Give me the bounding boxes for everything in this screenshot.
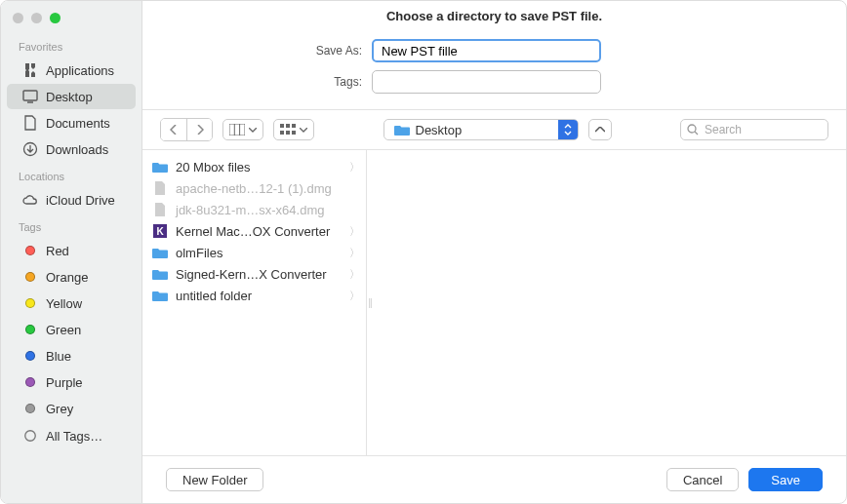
sidebar-item-label: Downloads <box>46 142 108 157</box>
sidebar-item-downloads[interactable]: Downloads <box>7 136 136 162</box>
svg-point-3 <box>25 431 36 442</box>
file-row[interactable]: olmFiles〉 <box>142 242 366 263</box>
window-controls <box>1 7 141 33</box>
sidebar-item-label: Grey <box>46 402 73 416</box>
toolbar: Desktop <box>142 110 846 150</box>
folder-icon <box>394 124 410 136</box>
save-as-input[interactable] <box>372 39 601 62</box>
new-folder-button[interactable]: New Folder <box>166 468 263 491</box>
form-section: Save As: Tags: <box>142 27 846 110</box>
chevron-right-icon: 〉 <box>349 267 360 282</box>
svg-rect-8 <box>286 124 290 128</box>
file-label: Kernel Mac…OX Converter <box>176 224 330 239</box>
back-button[interactable] <box>161 119 186 140</box>
sidebar-tag-grey[interactable]: Grey <box>7 396 136 421</box>
cancel-button[interactable]: Cancel <box>666 468 739 491</box>
tag-dot-icon <box>22 348 38 364</box>
all-tags-icon <box>22 428 38 444</box>
file-row: jdk-8u321-m…sx-x64.dmg <box>142 199 366 220</box>
sidebar-item-label: Purple <box>46 375 83 390</box>
svg-point-13 <box>688 125 696 133</box>
svg-rect-11 <box>286 131 290 135</box>
group-by-button[interactable] <box>273 119 314 140</box>
svg-rect-7 <box>280 124 284 128</box>
file-label: 20 Mbox files <box>176 160 251 174</box>
sidebar-tag-green[interactable]: Green <box>7 317 136 342</box>
sidebar-item-all-tags[interactable]: All Tags… <box>7 423 136 448</box>
svg-rect-0 <box>23 91 37 100</box>
close-window-icon[interactable] <box>13 13 23 23</box>
sidebar: Favorites ApplicationsDesktopDocumentsDo… <box>1 1 142 503</box>
file-label: untitled folder <box>176 289 252 303</box>
chevron-right-icon: 〉 <box>349 224 360 239</box>
save-button[interactable]: Save <box>748 468 823 491</box>
file-label: Signed-Kern…X Converter <box>176 267 327 282</box>
sidebar-tag-orange[interactable]: Orange <box>7 264 136 290</box>
sidebar-section-locations: Locations <box>1 163 141 186</box>
folder-icon <box>152 245 168 260</box>
sidebar-item-label: Blue <box>46 349 71 364</box>
file-row[interactable]: KKernel Mac…OX Converter〉 <box>142 220 366 242</box>
chevron-down-icon <box>249 128 257 133</box>
file-row[interactable]: untitled folder〉 <box>142 285 366 306</box>
sidebar-tag-purple[interactable]: Purple <box>7 369 136 395</box>
folder-icon <box>152 266 168 282</box>
chevron-right-icon: 〉 <box>349 246 360 260</box>
sidebar-tag-blue[interactable]: Blue <box>7 343 136 368</box>
file-row[interactable]: 20 Mbox files〉 <box>142 156 366 177</box>
sidebar-item-icloud-drive[interactable]: iCloud Drive <box>7 187 136 213</box>
forward-button[interactable] <box>186 119 212 140</box>
file-label: jdk-8u321-m…sx-x64.dmg <box>176 203 324 217</box>
svg-rect-12 <box>292 131 296 135</box>
doc-icon <box>152 202 168 217</box>
app-icon: K <box>152 223 168 239</box>
chevron-right-icon: 〉 <box>349 160 360 174</box>
dialog-title: Choose a directory to save PST file. <box>142 9 846 23</box>
tag-dot-icon <box>22 401 38 416</box>
location-popup[interactable]: Desktop <box>383 119 579 140</box>
sidebar-section-favorites: Favorites <box>1 33 141 57</box>
search-field[interactable] <box>680 119 828 140</box>
svg-text:K: K <box>156 226 164 237</box>
tags-label: Tags: <box>142 75 372 89</box>
svg-rect-10 <box>280 131 284 135</box>
sidebar-item-applications[interactable]: Applications <box>7 58 136 83</box>
chevron-right-icon: 〉 <box>349 289 360 303</box>
search-input[interactable] <box>705 123 822 136</box>
file-column[interactable]: 20 Mbox files〉apache-netb…12-1 (1).dmgjd… <box>142 150 367 455</box>
file-row: apache-netb…12-1 (1).dmg <box>142 177 366 199</box>
sidebar-tag-red[interactable]: Red <box>7 238 136 263</box>
titlebar: Choose a directory to save PST file. <box>142 1 846 27</box>
minimize-window-icon[interactable] <box>31 13 42 23</box>
sidebar-item-label: Documents <box>46 116 110 131</box>
collapse-button[interactable] <box>588 119 612 140</box>
sidebar-item-label: Applications <box>46 63 114 78</box>
sidebar-item-label: Orange <box>46 270 88 285</box>
doc-icon <box>152 180 168 196</box>
sidebar-item-label: Green <box>46 323 81 337</box>
view-mode-button[interactable] <box>222 119 263 140</box>
sidebar-item-label: All Tags… <box>46 429 102 444</box>
save-as-label: Save As: <box>142 44 372 58</box>
file-column-empty[interactable] <box>373 150 846 455</box>
location-label: Desktop <box>416 123 463 137</box>
download-icon <box>22 141 38 157</box>
sidebar-item-label: Yellow <box>46 296 82 311</box>
sidebar-tag-yellow[interactable]: Yellow <box>7 291 136 316</box>
sidebar-item-documents[interactable]: Documents <box>7 110 136 136</box>
file-row[interactable]: Signed-Kern…X Converter〉 <box>142 263 366 285</box>
search-icon <box>687 124 699 136</box>
desktop-icon <box>22 89 38 104</box>
location-dropdown-icon <box>558 120 578 139</box>
file-label: olmFiles <box>176 246 222 260</box>
tags-input[interactable] <box>372 70 601 94</box>
main-panel: Choose a directory to save PST file. Sav… <box>142 1 846 503</box>
svg-rect-4 <box>229 124 245 136</box>
zoom-window-icon[interactable] <box>50 13 60 23</box>
svg-rect-9 <box>292 124 296 128</box>
cloud-icon <box>22 192 38 208</box>
sidebar-item-desktop[interactable]: Desktop <box>7 84 136 109</box>
tag-dot-icon <box>22 374 38 390</box>
grid-icon <box>280 124 296 136</box>
nav-group <box>160 118 213 141</box>
